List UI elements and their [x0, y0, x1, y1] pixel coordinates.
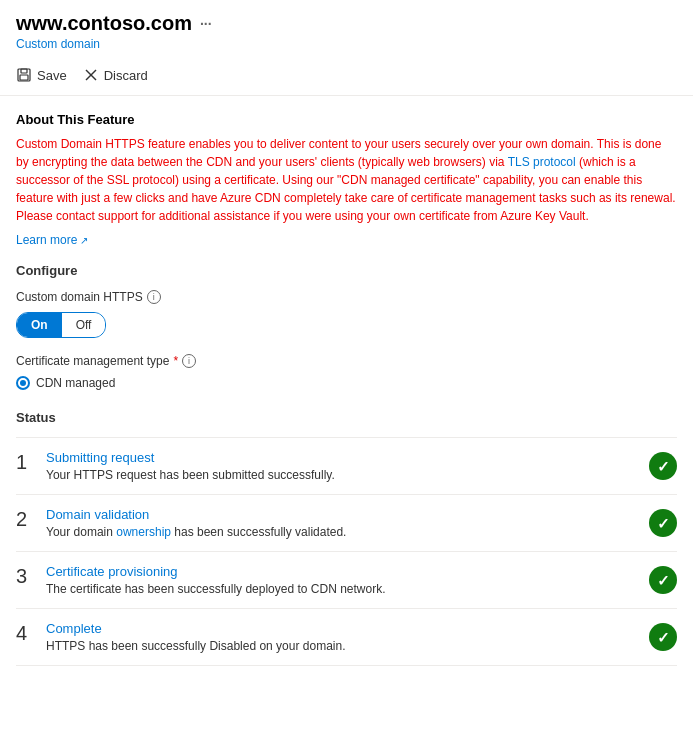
- main-content: About This Feature Custom Domain HTTPS f…: [0, 96, 693, 682]
- learn-more-label: Learn more: [16, 233, 77, 247]
- status-check-1: ✓: [649, 452, 677, 480]
- cert-label-text: Certificate management type: [16, 354, 169, 368]
- tls-protocol-link[interactable]: TLS protocol: [508, 155, 576, 169]
- checkmark-icon-1: ✓: [657, 459, 670, 474]
- status-item-3: 3 Certificate provisioning The certifica…: [16, 551, 677, 608]
- toolbar: Save Discard: [0, 55, 693, 96]
- checkmark-icon-4: ✓: [657, 630, 670, 645]
- required-indicator: *: [173, 354, 178, 368]
- cert-management-label: Certificate management type * i: [16, 354, 677, 368]
- configure-title: Configure: [16, 263, 677, 278]
- desc-before-2: Your domain: [46, 525, 116, 539]
- status-desc-2: Your domain ownership has been successfu…: [46, 525, 649, 539]
- status-left-3: 3 Certificate provisioning The certifica…: [16, 564, 649, 596]
- https-label-text: Custom domain HTTPS: [16, 290, 143, 304]
- save-icon: [16, 67, 32, 83]
- page-title: www.contoso.com ···: [16, 12, 677, 35]
- status-text-3: Certificate provisioning The certificate…: [46, 564, 649, 596]
- ownership-link[interactable]: ownership: [116, 525, 171, 539]
- status-desc-3: The certificate has been successfully de…: [46, 582, 649, 596]
- cdn-managed-label: CDN managed: [36, 376, 115, 390]
- status-item-2: 2 Domain validation Your domain ownershi…: [16, 494, 677, 551]
- status-left-2: 2 Domain validation Your domain ownershi…: [16, 507, 649, 539]
- radio-button[interactable]: [16, 376, 30, 390]
- https-toggle[interactable]: On Off: [16, 312, 677, 338]
- status-left-1: 1 Submitting request Your HTTPS request …: [16, 450, 649, 482]
- status-text-1: Submitting request Your HTTPS request ha…: [46, 450, 649, 482]
- status-number-1: 1: [16, 450, 36, 482]
- checkmark-icon-2: ✓: [657, 516, 670, 531]
- save-label: Save: [37, 68, 67, 83]
- toggle-off-option[interactable]: Off: [62, 313, 106, 337]
- about-section-title: About This Feature: [16, 112, 677, 127]
- https-field-label: Custom domain HTTPS i: [16, 290, 677, 304]
- status-check-3: ✓: [649, 566, 677, 594]
- status-desc-1: Your HTTPS request has been submitted su…: [46, 468, 649, 482]
- toggle-track[interactable]: On Off: [16, 312, 106, 338]
- status-check-4: ✓: [649, 623, 677, 651]
- toggle-on-option[interactable]: On: [17, 313, 62, 337]
- domain-name: www.contoso.com: [16, 12, 192, 35]
- status-left-4: 4 Complete HTTPS has been successfully D…: [16, 621, 649, 653]
- status-number-2: 2: [16, 507, 36, 539]
- learn-more-link[interactable]: Learn more ↗: [16, 233, 88, 247]
- status-text-2: Domain validation Your domain ownership …: [46, 507, 649, 539]
- status-text-4: Complete HTTPS has been successfully Dis…: [46, 621, 649, 653]
- page-header: www.contoso.com ··· Custom domain: [0, 0, 693, 55]
- status-desc-4: HTTPS has been successfully Disabled on …: [46, 639, 649, 653]
- status-item-1: 1 Submitting request Your HTTPS request …: [16, 437, 677, 494]
- status-heading-2: Domain validation: [46, 507, 649, 522]
- cdn-managed-option[interactable]: CDN managed: [16, 376, 677, 390]
- cert-info-icon[interactable]: i: [182, 354, 196, 368]
- status-number-4: 4: [16, 621, 36, 653]
- external-link-icon: ↗: [80, 235, 88, 246]
- about-description: Custom Domain HTTPS feature enables you …: [16, 135, 677, 225]
- save-button[interactable]: Save: [16, 63, 67, 87]
- radio-selected-indicator: [20, 380, 26, 386]
- status-heading-1: Submitting request: [46, 450, 649, 465]
- status-check-2: ✓: [649, 509, 677, 537]
- checkmark-icon-3: ✓: [657, 573, 670, 588]
- svg-rect-2: [20, 75, 28, 80]
- https-info-icon[interactable]: i: [147, 290, 161, 304]
- desc-after-2: has been successfully validated.: [171, 525, 346, 539]
- svg-rect-1: [21, 69, 27, 73]
- discard-label: Discard: [104, 68, 148, 83]
- status-heading-4: Complete: [46, 621, 649, 636]
- status-title: Status: [16, 410, 677, 425]
- status-section: Status 1 Submitting request Your HTTPS r…: [16, 410, 677, 666]
- status-item-4: 4 Complete HTTPS has been successfully D…: [16, 608, 677, 666]
- page-subtitle: Custom domain: [16, 37, 677, 51]
- configure-section: Configure Custom domain HTTPS i On Off C…: [16, 263, 677, 390]
- discard-icon: [83, 67, 99, 83]
- more-options-icon[interactable]: ···: [200, 16, 212, 32]
- status-number-3: 3: [16, 564, 36, 596]
- status-heading-3: Certificate provisioning: [46, 564, 649, 579]
- discard-button[interactable]: Discard: [83, 63, 148, 87]
